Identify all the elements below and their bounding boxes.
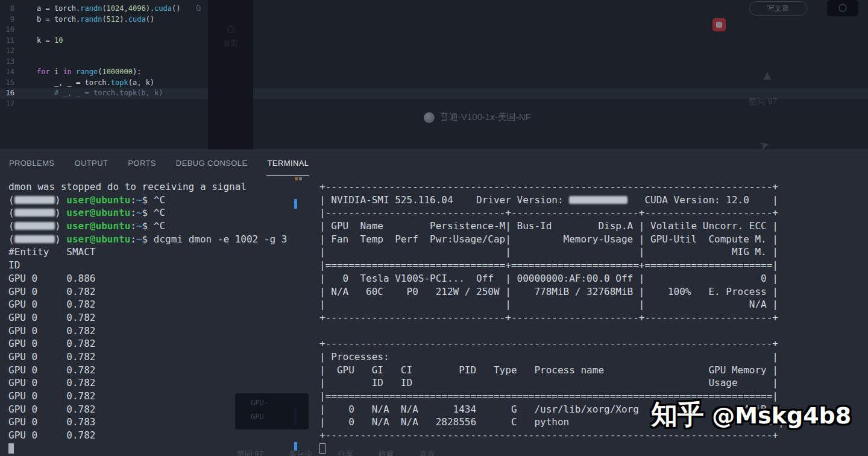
line-number: 15 bbox=[0, 78, 14, 89]
tab-problems[interactable]: PROBLEMS bbox=[8, 151, 55, 175]
line: GPU 0 0.782 bbox=[8, 285, 287, 299]
line bbox=[319, 442, 784, 455]
line-number: 10 bbox=[0, 25, 14, 36]
line: 16 # _, _ = torch.topk(b, k) bbox=[0, 88, 868, 99]
redacted-blob bbox=[569, 196, 627, 204]
line: 12 bbox=[0, 46, 868, 57]
redacted-blob bbox=[14, 209, 55, 217]
line-number: 13 bbox=[0, 57, 14, 68]
redacted-blob bbox=[14, 196, 55, 204]
line: GPU 0 0.782 bbox=[8, 403, 287, 416]
line: +-------------------------------+-------… bbox=[319, 311, 784, 325]
line: () user@ubuntu:~$ ^C bbox=[8, 220, 287, 233]
line: () user@ubuntu:~$ dcgmi dmon -e 1002 -g … bbox=[8, 233, 287, 246]
tab-terminal[interactable]: TERMINAL bbox=[266, 151, 309, 176]
line: | | | MIG M. | bbox=[319, 245, 784, 259]
line: | 0 Tesla V100S-PCI... Off | 00000000:AF… bbox=[319, 272, 784, 285]
line: GPU 0 0.782 bbox=[8, 337, 287, 350]
terminal-cursor bbox=[319, 443, 326, 454]
line-number: 17 bbox=[0, 99, 14, 110]
terminal-scrollbar-mark bbox=[294, 408, 297, 426]
line: GPU 0 0.886 bbox=[8, 272, 287, 285]
line-number: 8 bbox=[0, 4, 14, 14]
line: GPU 0 0.782 bbox=[8, 376, 287, 390]
line: GPU 0 0.783 bbox=[8, 416, 287, 429]
line: GPU 0 0.782 bbox=[8, 429, 287, 442]
line: #Entity SMACT bbox=[8, 245, 287, 259]
terminal-decoration-dot bbox=[299, 177, 302, 180]
line: 15 _, _ = torch.topk(a, k) bbox=[0, 78, 868, 89]
line: () user@ubuntu:~$ ^C bbox=[8, 194, 287, 207]
redacted-blob bbox=[14, 235, 55, 243]
line: GPU 0 0.782 bbox=[8, 350, 287, 364]
tab-output[interactable]: OUTPUT bbox=[74, 151, 108, 175]
line-number: 11 bbox=[0, 36, 14, 46]
line: GPU 0 0.782 bbox=[8, 325, 287, 338]
line: | ID ID Usage | bbox=[319, 376, 784, 390]
line: 11k = 10 bbox=[0, 36, 868, 46]
line: | N/A 60C P0 212W / 250W | 778MiB / 3276… bbox=[319, 285, 784, 299]
panel-tab-bar: PROBLEMS OUTPUT PORTS DEBUG CONSOLE TERM… bbox=[0, 150, 868, 176]
tab-ports[interactable]: PORTS bbox=[127, 151, 157, 175]
line: | Processes: | bbox=[319, 350, 784, 364]
terminal-decoration-dot bbox=[295, 177, 298, 180]
line: +---------------------------------------… bbox=[319, 337, 784, 350]
line: | NVIDIA-SMI 525.116.04 Driver Version: … bbox=[319, 194, 784, 207]
code-lines: 8a = torch.randn(1024,4096).cuda()9b = t… bbox=[0, 4, 868, 109]
line: 13 bbox=[0, 57, 868, 68]
line: | | | N/A | bbox=[319, 298, 784, 311]
zhihu-watermark: 知乎 @Mskg4b8 bbox=[651, 397, 851, 432]
line: |-------------------------------+-------… bbox=[319, 206, 784, 220]
line-number: 12 bbox=[0, 46, 14, 57]
line: 10 bbox=[0, 25, 868, 36]
terminal-cursor bbox=[8, 443, 14, 454]
line: GPU 0 0.782 bbox=[8, 298, 287, 311]
line-number: 16 bbox=[0, 88, 14, 99]
line bbox=[8, 442, 287, 455]
line: |===============================+=======… bbox=[319, 259, 784, 272]
line bbox=[319, 325, 784, 338]
line-number: 9 bbox=[0, 14, 14, 25]
redacted-blob bbox=[14, 222, 55, 230]
line: dmon was stopped do to receiving a signa… bbox=[8, 180, 287, 194]
line: +---------------------------------------… bbox=[319, 180, 784, 194]
vscode-window: 8a = torch.randn(1024,4096).cuda()9b = t… bbox=[0, 0, 868, 456]
terminal-left-pane[interactable]: dmon was stopped do to receiving a signa… bbox=[8, 180, 287, 455]
line: ID bbox=[8, 259, 287, 272]
watermark-handle: @Mskg4b8 bbox=[704, 402, 851, 429]
code-editor[interactable]: 8a = torch.randn(1024,4096).cuda()9b = t… bbox=[0, 0, 868, 150]
line: | GPU Name Persistence-M| Bus-Id Disp.A … bbox=[319, 220, 784, 233]
terminal-scrollbar-mark bbox=[294, 442, 297, 451]
line: 8a = torch.randn(1024,4096).cuda() bbox=[0, 4, 868, 14]
line: 9b = torch.randn(512).cuda() bbox=[0, 14, 868, 25]
line: GPU 0 0.782 bbox=[8, 390, 287, 403]
line: | Fan Temp Perf Pwr:Usage/Cap| Memory-Us… bbox=[319, 233, 784, 246]
terminal-scrollbar-mark bbox=[294, 199, 297, 209]
line: GPU 0 0.782 bbox=[8, 364, 287, 377]
line-number: 14 bbox=[0, 67, 14, 78]
line: | GPU GI CI PID Type Process name GPU Me… bbox=[319, 364, 784, 377]
zhihu-logo-text: 知乎 bbox=[651, 399, 704, 429]
tab-debug-console[interactable]: DEBUG CONSOLE bbox=[175, 151, 248, 175]
line: 14for i in range(1000000): bbox=[0, 67, 868, 78]
line: () user@ubuntu:~$ ^C bbox=[8, 206, 287, 220]
line: 17 bbox=[0, 99, 868, 110]
line: GPU 0 0.782 bbox=[8, 311, 287, 325]
